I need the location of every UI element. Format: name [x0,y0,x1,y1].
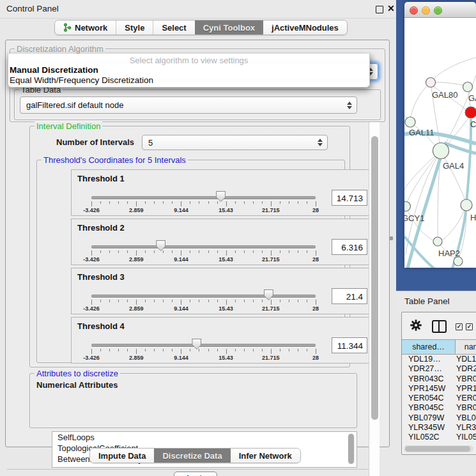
slider-thumb[interactable] [216,191,226,202]
table-row[interactable]: YIL052CYIL05 [402,433,476,442]
tab-select[interactable]: Select [153,20,194,35]
number-of-intervals-label: Number of Intervals [56,137,134,147]
tab-style[interactable]: Style [116,20,153,35]
network-edge[interactable] [431,82,466,86]
attribute-item[interactable]: SelfLoops [52,432,357,443]
network-node-label: H [470,213,476,222]
zoom-traffic-light-icon[interactable] [434,6,442,15]
network-edge-thick[interactable] [408,154,441,268]
network-node-gal80[interactable] [426,78,436,88]
slider-thumb[interactable] [264,289,273,300]
table-scrollbar-thumb[interactable] [405,446,470,452]
column-header-name[interactable]: name [456,339,476,355]
network-node-h[interactable] [461,199,472,211]
float-window-icon[interactable] [376,6,383,13]
combo-stepper-icon[interactable] [318,139,323,146]
table-horizontal-scrollbar[interactable] [404,445,473,452]
table-row[interactable]: YPR145WYPR14 [402,384,476,394]
name-cell: YPR14 [456,384,476,393]
number-of-intervals-combobox[interactable]: 5 [142,135,328,150]
thresholds-group-title: Threshold's Coordinates for 5 Intervals [42,155,188,165]
shared-name-cell: YDL19… [408,355,441,364]
network-node-hap2[interactable] [433,237,442,246]
cyni-toolbox-panel: Discretization Algorithm Table Data galF… [5,40,390,447]
gear-icon[interactable] [410,319,422,332]
table-row[interactable]: YBR045CYBR04 [402,403,476,413]
table-data-combobox[interactable]: galFiltered.sif default node [20,96,357,114]
name-cell: YBR04 [456,403,476,412]
close-traffic-light-icon[interactable] [410,6,418,15]
panel-splitter-handle[interactable] [390,236,393,240]
network-node-gal11[interactable] [405,117,415,127]
slider-track[interactable] [91,295,316,298]
threshold-label: Threshold 4 [77,321,125,331]
tab-label: Network [75,23,107,33]
tab-cyni-toolbox[interactable]: Cyni Toolbox [195,20,263,35]
panel-scrollbar[interactable] [369,122,380,476]
threshold-label: Threshold 1 [77,174,125,183]
table-panel-title: Table Panel [404,296,450,306]
network-edge[interactable] [410,82,431,120]
list-scrollbar[interactable] [348,433,355,464]
table-row[interactable]: YDR27…YDR27 [402,364,476,374]
combo-stepper-icon[interactable] [347,102,353,109]
bottom-tab-infer-network[interactable]: Infer Network [231,449,300,463]
threshold-value-field[interactable]: 14.713 [332,190,367,206]
shared-name-cell: YBL079W [408,413,444,422]
slider-track[interactable] [91,196,316,199]
slider-thumb[interactable] [156,240,165,251]
network-node-ga[interactable] [463,82,473,92]
slider-ticks [91,349,316,355]
network-node-label: GA [468,93,476,103]
table-row[interactable]: YBR043CYBR04 [402,374,476,384]
tab-jactivemnodules[interactable]: jActiveMNodules [263,20,347,35]
table-row[interactable]: YBL079WYBL07 [402,413,476,423]
name-cell: YDL19 [456,355,476,364]
checkbox-icon[interactable]: ✓ [466,323,473,330]
slider-thumb[interactable] [192,339,201,349]
shared-name-cell: YIL052C [408,433,440,441]
table-panel-titlebar: Table Panel [396,291,476,311]
slider-track[interactable] [91,344,316,347]
table-row[interactable]: YLR345WYLR34 [402,423,476,433]
interval-definition-title: Interval Definition [35,121,102,131]
name-cell: YBL07 [456,413,476,422]
network-canvas[interactable]: GAL80GACGAL11GAL4GCY1HHAP2 [404,18,476,268]
tab-network[interactable]: Network [55,20,116,35]
checkbox-icon[interactable]: ✓ [456,323,463,330]
panel-scrollbar-thumb[interactable] [371,136,378,420]
network-edge[interactable] [441,151,466,202]
threshold-value-field[interactable]: 21.4 [332,288,367,304]
network-edge-thick[interactable] [466,119,471,203]
name-cell: YBR04 [456,374,476,383]
bottom-tab-discretize-data[interactable]: Discretize Data [154,449,230,463]
network-node-label: GCY1 [404,213,424,223]
threshold-value-field[interactable]: 6.316 [332,239,367,255]
slider-track[interactable] [91,245,316,249]
network-node-label: GAL4 [443,161,464,171]
split-panel-icon[interactable] [432,320,447,333]
minimize-traffic-light-icon[interactable] [422,6,430,15]
network-node-c[interactable] [465,107,476,118]
apply-button[interactable]: Apply [174,472,217,476]
network-node-gal4[interactable] [433,143,449,159]
threshold-value-field[interactable]: 11.344 [332,337,367,353]
bottom-tab-impute-data[interactable]: Impute Data [90,449,154,463]
network-node[interactable] [454,257,463,266]
table-row[interactable]: YDL19…YDL19 [402,355,476,364]
slider-ticks [91,300,316,305]
table-row[interactable]: YER054CYER05 [402,394,476,403]
algorithm-option-manual-discretization[interactable]: Manual Discretization [10,65,98,75]
threshold-panel-2: Threshold 2-3.4262.8599.14415.4321.71528… [71,219,373,265]
tab-label: Infer Network [239,451,292,461]
tab-label: Select [162,23,186,33]
top-tab-bar: NetworkStyleSelectCyni ToolboxjActiveMNo… [54,20,348,35]
table-data-group: Table Data galFiltered.sif default node [14,89,381,120]
network-edge[interactable] [433,58,476,80]
close-icon[interactable]: ✕ [387,3,395,13]
column-header-shared-[interactable]: shared… [402,339,456,355]
shared-name-cell: YLR345W [408,423,445,432]
threshold-label: Threshold 3 [77,272,125,282]
network-node-gcy1[interactable] [404,202,411,211]
algorithm-option-equal-width-frequency-discretization[interactable]: Equal Width/Frequency Discretization [10,75,153,85]
